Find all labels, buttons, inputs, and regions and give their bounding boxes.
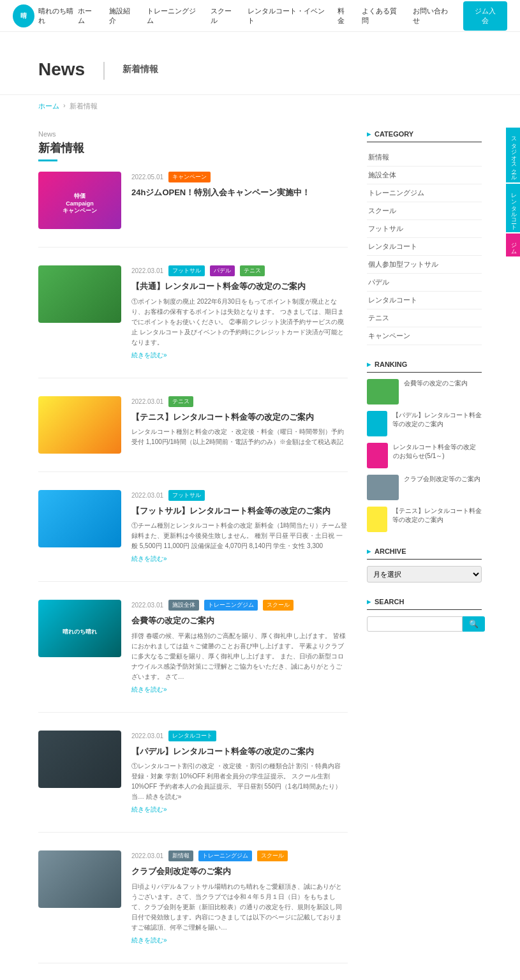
gym-join-button[interactable]: ジム入会 [463,1,507,31]
news-tag: スクール [257,850,288,861]
ranking-text[interactable]: 【テニス】レンタルコート料金等の改定のご案内 [392,507,482,524]
nav-facility[interactable]: 施設紹介 [109,6,135,26]
news-title[interactable]: 【テニス】レンタルコート料金等の改定のご案内 [131,411,348,424]
news-title[interactable]: 会費等の改定のご案内 [131,614,348,627]
category-link[interactable]: パデル [367,274,482,291]
news-thumbnail[interactable] [38,731,121,788]
news-date: 2022.03.01 [131,602,163,609]
news-thumbnail[interactable] [38,265,121,323]
category-link[interactable]: レンタルコート [367,292,482,309]
nav-price[interactable]: 料金 [338,6,350,26]
news-item: 2022.03.01 新情報トレーニングジムスクール クラブ会則改定等のご案内 … [38,850,348,963]
nav-gym[interactable]: トレーニングジム [147,6,199,26]
news-excerpt: ①レンタルコート割引の改定 ・改定後 ・割引の種類合計 割引・特典内容 登録・対… [131,761,348,802]
news-title[interactable]: 【フットサル】レンタルコート料金等の改定のご案内 [131,505,348,517]
search-button[interactable]: 🔍 [463,616,485,632]
breadcrumb-home[interactable]: ホーム [38,101,59,111]
news-excerpt: 日頃よりパデル＆フットサル場晴れのち晴れをご愛顧頂き、誠にありがとうございます。… [131,882,348,933]
right-tab-rental[interactable]: レンタルコート予約 [506,184,520,232]
nav-school[interactable]: スクール [211,6,237,26]
category-item[interactable]: フットサル [367,220,482,238]
category-link[interactable]: フットサル [367,220,482,237]
news-tag: フットサル [168,490,205,501]
main-nav: ホーム 施設紹介 トレーニングジム スクール レンタルコート・イベント 料金 よ… [78,1,507,31]
news-excerpt: ①チーム種別とレンタルコート料金の改定 新料金（1時間当たり）チーム登録料また、… [131,521,348,551]
category-link[interactable]: キャンペーン [367,327,482,345]
category-link[interactable]: トレーニングジム [367,184,482,202]
news-tag: トレーニングジム [204,600,258,611]
archive-select[interactable]: 月を選択 [367,566,482,583]
category-link[interactable]: 新情報 [367,149,482,166]
category-link[interactable]: 個人参加型フットサル [367,256,482,273]
logo-icon: 晴 [13,4,34,27]
news-title[interactable]: 24hジムOPEN！特別入会キャンペーン実施中！ [131,186,348,199]
read-more-link[interactable]: 続きを読む» [131,806,167,813]
read-more-link[interactable]: 続きを読む» [131,352,167,359]
right-tab-studio[interactable]: スタジオ・スクール案内 [506,128,520,182]
right-tabs: スタジオ・スクール案内 レンタルコート予約 ジム入会 [506,128,520,256]
news-item: 2022.03.01 フットサル 【フットサル】レンタルコート料金等の改定のご案… [38,490,348,583]
category-link[interactable]: スクール [367,202,482,219]
news-item: 晴れのち晴れ 2022.03.01 施設全体トレーニングジムスクール 会費等の改… [38,600,348,713]
category-item[interactable]: テニス [367,309,482,327]
ranking-title: RANKING [367,360,482,373]
logo[interactable]: 晴 晴れのち晴れ [13,4,78,27]
nav-rental[interactable]: レンタルコート・イベント [248,6,326,26]
search-title: SEARCH [367,598,482,610]
category-item[interactable]: スクール [367,202,482,220]
ranking-thumbnail[interactable] [367,411,387,436]
ranking-text[interactable]: クラブ会則改定等のご案内 [404,475,480,484]
category-item[interactable]: 個人参加型フットサル [367,256,482,274]
content-label: News [38,130,348,138]
news-title[interactable]: クラブ会則改定等のご案内 [131,865,348,878]
search-box: 🔍 [367,616,482,632]
news-tag: トレーニングジム [198,850,252,861]
category-item[interactable]: レンタルコート [367,238,482,256]
news-body: 2022.03.01 フットサル 【フットサル】レンタルコート料金等の改定のご案… [131,490,348,564]
news-thumbnail[interactable]: 晴れのち晴れ [38,600,121,657]
ranking-thumbnail[interactable] [367,507,387,532]
ranking-text[interactable]: 会費等の改定のご案内 [404,379,468,388]
nav-contact[interactable]: お問い合わせ [413,6,452,26]
news-thumbnail[interactable] [38,490,121,547]
category-link[interactable]: レンタルコート [367,238,482,255]
ranking-text[interactable]: レンタルコート料金等の改定のお知らせ(5/1～) [393,443,482,461]
news-excerpt: レンタルコート種別と料金の改定 ・改定後・料金（曜日・時間帯別）予約受付 1,1… [131,427,348,447]
ranking-thumbnail[interactable] [367,475,399,500]
news-thumbnail[interactable] [38,850,121,908]
ranking-thumbnail[interactable] [367,379,399,405]
news-thumbnail[interactable] [38,396,121,454]
read-more-link[interactable]: 続きを読む» [131,937,167,944]
nav-home[interactable]: ホーム [78,6,98,26]
news-tag: キャンペーン [168,172,211,182]
news-tag: パデル [210,265,235,276]
content-title: 新着情報 [38,140,348,156]
ranking-text[interactable]: 【パデル】レンタルコート料金等の改定のご案内 [392,411,482,429]
right-tab-gym[interactable]: ジム入会 [506,234,520,256]
category-item[interactable]: 新情報 [367,149,482,167]
ranking-thumbnail[interactable] [367,443,388,468]
category-item[interactable]: トレーニングジム [367,184,482,202]
category-item[interactable]: 施設全体 [367,167,482,184]
category-item[interactable]: レンタルコート [367,292,482,309]
search-input[interactable] [367,616,463,632]
news-title[interactable]: 【パデル】レンタルコート料金等の改定のご案内 [131,745,348,758]
category-link[interactable]: 施設全体 [367,167,482,184]
ranking-item: 会費等の改定のご案内 [367,379,482,405]
category-item[interactable]: パデル [367,274,482,292]
ranking-item: レンタルコート料金等の改定のお知らせ(5/1～) [367,443,482,468]
ranking-section: RANKING 会費等の改定のご案内 【パデル】レンタルコート料金等の改定のご案… [367,360,482,532]
category-link[interactable]: テニス [367,309,482,327]
news-title[interactable]: 【共通】レンタルコート料金等の改定のご案内 [131,280,348,293]
read-more-link[interactable]: 続きを読む» [131,686,167,693]
content-header: News 新着情報 [38,130,348,161]
news-meta: 2022.03.01 フットサル [131,490,348,501]
category-list: 新情報施設全体トレーニングジムスクールフットサルレンタルコート個人参加型フットサ… [367,149,482,345]
sidebar: CATEGORY 新情報施設全体トレーニングジムスクールフットサルレンタルコート… [367,130,482,980]
news-date: 2022.05.01 [131,174,163,181]
category-item[interactable]: キャンペーン [367,327,482,345]
news-thumbnail[interactable]: 特価 Campaign キャンペーン [38,172,121,229]
nav-faq[interactable]: よくある質問 [362,6,401,26]
read-more-link[interactable]: 続きを読む» [131,555,167,562]
news-body: 2022.03.01 新情報トレーニングジムスクール クラブ会則改定等のご案内 … [131,850,348,945]
